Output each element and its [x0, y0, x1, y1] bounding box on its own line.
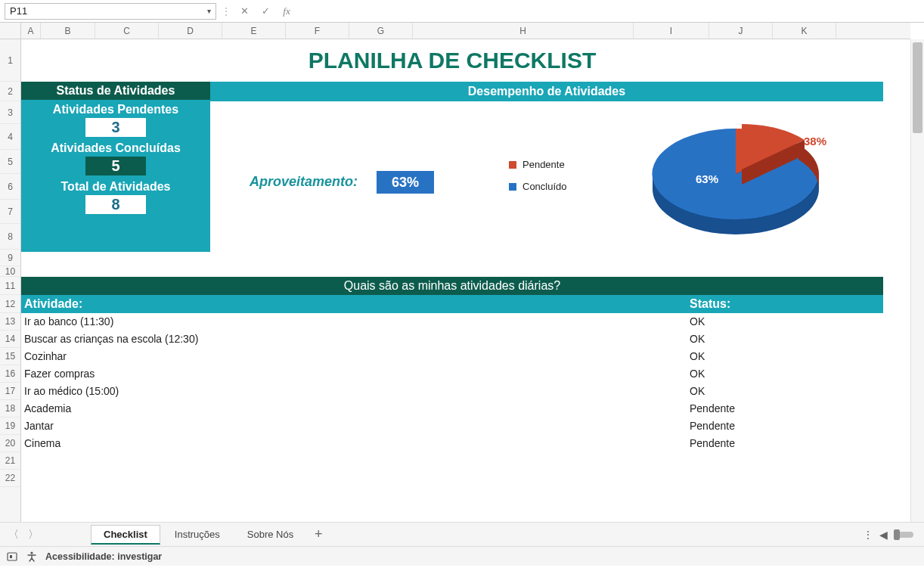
column-header-e[interactable]: E [222, 23, 286, 39]
collapse-left-icon[interactable]: ◀ [879, 529, 888, 541]
aproveitamento-value: 63% [377, 171, 434, 194]
total-label: Total de Atividades [21, 180, 210, 194]
record-macro-icon[interactable] [6, 551, 18, 563]
row-header-17[interactable]: 17 [0, 383, 20, 400]
row-header-16[interactable]: 16 [0, 365, 20, 383]
row-header-2[interactable]: 2 [0, 82, 20, 101]
activity-cell[interactable]: Cinema [21, 435, 687, 452]
activity-cell[interactable]: Cozinhar [21, 348, 687, 365]
done-value: 5 [85, 157, 146, 175]
row-header-21[interactable]: 21 [0, 452, 20, 470]
empty-row[interactable] [21, 470, 883, 487]
add-sheet-button[interactable]: + [308, 526, 329, 544]
status-cell[interactable]: Pendente [687, 400, 883, 417]
activity-row[interactable]: AcademiaPendente [21, 400, 883, 417]
row-header-7[interactable]: 7 [0, 200, 20, 224]
column-header-h[interactable]: H [413, 23, 634, 39]
row-header-22[interactable]: 22 [0, 470, 20, 487]
activity-cell[interactable]: Buscar as crianças na escola (12:30) [21, 331, 687, 348]
row-header-15[interactable]: 15 [0, 348, 20, 365]
row-header-11[interactable]: 11 [0, 277, 20, 295]
row-header-13[interactable]: 13 [0, 313, 20, 331]
activity-row[interactable]: CozinharOK [21, 348, 883, 365]
row-header-1[interactable]: 1 [0, 39, 20, 82]
row-header-14[interactable]: 14 [0, 331, 20, 348]
column-header-j[interactable]: J [709, 23, 773, 39]
column-header-i[interactable]: I [634, 23, 709, 39]
activity-row[interactable]: CinemaPendente [21, 435, 883, 452]
legend-item-concluido: Concluído [509, 181, 567, 192]
row-header-9[interactable]: 9 [0, 250, 20, 266]
sheet-tab-checklist[interactable]: Checklist [91, 525, 160, 545]
scrollbar-thumb[interactable] [913, 42, 922, 133]
more-icon[interactable]: ⋮ [863, 529, 873, 541]
row-header-20[interactable]: 20 [0, 435, 20, 452]
activity-cell[interactable]: Ir ao médico (15:00) [21, 383, 687, 400]
enter-formula-button[interactable]: ✓ [257, 3, 274, 20]
activity-row[interactable]: Ir ao médico (15:00)OK [21, 383, 883, 400]
column-header-c[interactable]: C [95, 23, 159, 39]
status-cell[interactable]: OK [687, 313, 883, 331]
legend-item-pendente: Pendente [509, 159, 567, 170]
activity-row[interactable]: Buscar as crianças na escola (12:30)OK [21, 331, 883, 348]
activities-title: Quais são as minhas atividades diárias? [21, 277, 883, 295]
empty-row[interactable] [21, 452, 883, 470]
column-header-d[interactable]: D [159, 23, 222, 39]
cancel-formula-button[interactable]: ✕ [236, 3, 253, 20]
column-header-b[interactable]: B [41, 23, 95, 39]
legend-label: Pendente [522, 159, 565, 170]
activity-cell[interactable]: Fazer compras [21, 365, 687, 383]
activities-col-activity: Atividade: [21, 295, 687, 313]
horizontal-split-handle[interactable] [894, 532, 913, 538]
name-box[interactable]: P11 ▾ [5, 3, 216, 20]
row-header-10[interactable]: 10 [0, 266, 20, 277]
status-bar: Acessibilidade: investigar [0, 546, 924, 566]
row-header-19[interactable]: 19 [0, 417, 20, 435]
pending-label: Atividades Pendentes [21, 103, 210, 116]
status-cell[interactable]: OK [687, 348, 883, 365]
tabbar-right-controls: ⋮ ◀ [863, 529, 919, 541]
column-header-a[interactable]: A [21, 23, 41, 39]
activity-row[interactable]: JantarPendente [21, 417, 883, 435]
row-header-4[interactable]: 4 [0, 124, 20, 150]
row-header-5[interactable]: 5 [0, 150, 20, 174]
done-label: Atividades Concluídas [21, 141, 210, 155]
status-cell[interactable]: OK [687, 365, 883, 383]
column-header-k[interactable]: K [773, 23, 836, 39]
select-all-corner[interactable] [0, 23, 21, 39]
activity-cell[interactable]: Jantar [21, 417, 687, 435]
page-title: PLANILHA DE CHECKLIST [309, 48, 597, 73]
row-header-6[interactable]: 6 [0, 174, 20, 200]
sheet-tab-sobre-nos[interactable]: Sobre Nós [234, 525, 306, 544]
activity-cell[interactable]: Academia [21, 400, 687, 417]
cell-reference: P11 [10, 5, 27, 17]
activity-cell[interactable]: Ir ao banco (11:30) [21, 313, 687, 331]
formula-input[interactable] [299, 3, 919, 20]
row-header-3[interactable]: 3 [0, 101, 20, 124]
status-cell[interactable]: Pendente [687, 417, 883, 435]
sheet-tab-instrucoes[interactable]: Instruções [162, 525, 233, 544]
activity-row[interactable]: Ir ao banco (11:30)OK [21, 313, 883, 331]
status-cell[interactable]: OK [687, 383, 883, 400]
activity-row[interactable]: Fazer comprasOK [21, 365, 883, 383]
row-header-12[interactable]: 12 [0, 295, 20, 313]
sheet-content[interactable]: PLANILHA DE CHECKLIST Status de Atividad… [21, 39, 910, 522]
vertical-scrollbar[interactable] [910, 39, 924, 522]
column-header-f[interactable]: F [286, 23, 349, 39]
pie-chart[interactable]: 63% 38% [626, 107, 845, 244]
status-cell[interactable]: Pendente [687, 435, 883, 452]
insert-function-button[interactable]: fx [278, 3, 295, 20]
tab-nav-prev[interactable]: 〈 [5, 526, 23, 544]
svg-rect-2 [10, 555, 12, 558]
close-icon: ✕ [240, 5, 249, 17]
status-panel-header: Status de Atividades [21, 82, 210, 100]
tab-nav-next[interactable]: 〉 [24, 526, 42, 544]
accessibility-icon[interactable] [26, 551, 38, 563]
row-header-8[interactable]: 8 [0, 224, 20, 250]
chart-legend: Pendente Concluído [509, 159, 567, 192]
accessibility-status[interactable]: Acessibilidade: investigar [45, 551, 162, 562]
column-header-g[interactable]: G [349, 23, 413, 39]
chart-label-pendente: 38% [804, 135, 826, 147]
status-cell[interactable]: OK [687, 331, 883, 348]
row-header-18[interactable]: 18 [0, 400, 20, 417]
